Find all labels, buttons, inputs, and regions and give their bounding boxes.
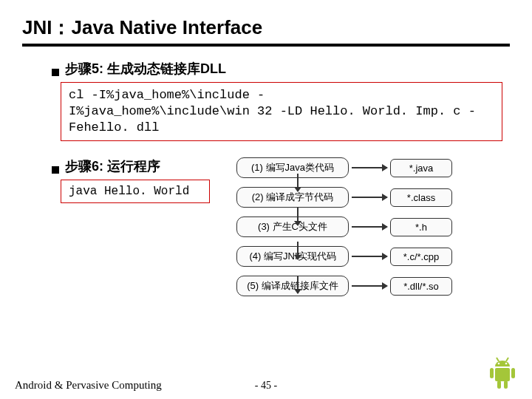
diagram-output-box: *.dll/*.so [390, 277, 452, 296]
right-arrow-icon [352, 167, 387, 168]
android-logo-icon [486, 355, 519, 395]
svg-point-8 [505, 363, 508, 365]
diagram-step-box: (5) 编译成链接库文件 [236, 276, 349, 296]
down-arrow-icon [297, 174, 299, 191]
diagram-output-box: *.h [390, 218, 452, 236]
code1-line1: cl -I%java_home%\include - [69, 87, 494, 103]
diagram-row: (4) 编写JNI实现代码 *.c/*.cpp [236, 246, 510, 267]
diagram-row: (5) 编译成链接库文件 *.dll/*.so [236, 276, 510, 296]
down-arrow-icon [297, 276, 299, 293]
down-arrow-icon [297, 208, 299, 225]
flow-diagram: (1) 编写Java类代码 *.java (2) 编译成字节代码 *.class… [236, 157, 510, 305]
square-bullet-icon [52, 166, 59, 174]
diagram-row: (2) 编译成字节代码 *.class [236, 187, 510, 208]
footer: Android & Pervasive Computing - 45 - [0, 379, 532, 392]
diagram-row: (1) 编写Java类代码 *.java [236, 157, 510, 178]
step6-label: 步骤6: 运行程序 [65, 157, 160, 175]
code1-line3: Fehello. dll [69, 120, 494, 136]
svg-line-6 [506, 358, 508, 361]
diagram-output-box: *.c/*.cpp [390, 248, 452, 266]
right-arrow-icon [352, 256, 387, 257]
svg-rect-2 [511, 368, 515, 378]
diagram-step-box: (1) 编写Java类代码 [236, 157, 349, 178]
right-arrow-icon [352, 226, 387, 228]
page-title: JNI：Java Native Interface [22, 15, 510, 41]
svg-point-7 [498, 363, 500, 365]
svg-rect-1 [490, 368, 494, 378]
right-arrow-icon [352, 285, 387, 287]
code-block-2: java Hello. World [61, 180, 210, 203]
code1-line2: I%java_home%\include\win 32 -LD Hello. W… [69, 103, 494, 120]
diagram-output-box: *.java [390, 159, 452, 177]
step6-row: 步骤6: 运行程序 [52, 157, 236, 175]
svg-line-5 [497, 358, 499, 361]
diagram-output-box: *.class [390, 188, 452, 207]
diagram-step-box: (2) 编译成字节代码 [236, 187, 349, 208]
svg-rect-4 [504, 381, 508, 389]
diagram-step-box: (3) 产生C头文件 [236, 216, 349, 237]
title-rule [22, 44, 510, 47]
footer-left-text: Android & Pervasive Computing [15, 379, 162, 392]
square-bullet-icon [52, 69, 59, 76]
right-arrow-icon [352, 197, 387, 198]
step5-row: 步骤5: 生成动态链接库DLL [52, 60, 510, 78]
down-arrow-icon [297, 242, 299, 259]
diagram-step-box: (4) 编写JNI实现代码 [236, 246, 349, 267]
svg-rect-3 [497, 381, 501, 389]
svg-rect-0 [495, 368, 510, 381]
step5-label: 步骤5: 生成动态链接库DLL [65, 60, 226, 78]
diagram-row: (3) 产生C头文件 *.h [236, 216, 510, 237]
code-block-1: cl -I%java_home%\include - I%java_home%\… [61, 82, 502, 141]
page-number: - 45 - [255, 380, 277, 392]
